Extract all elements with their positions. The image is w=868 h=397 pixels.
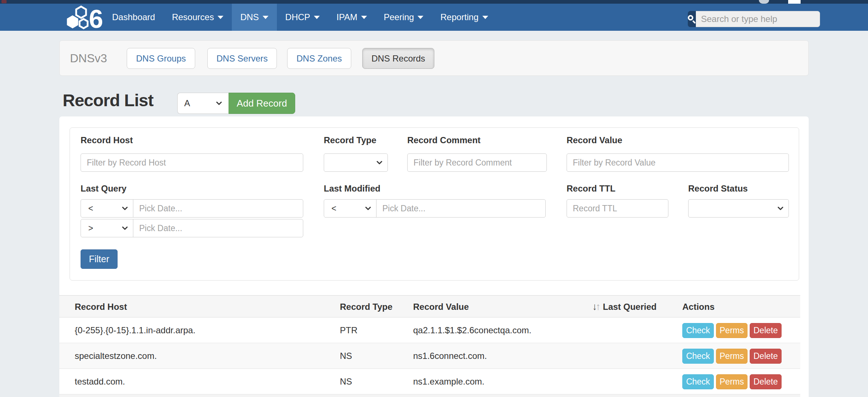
nav-label: IPAM (337, 12, 357, 22)
chevron-down-icon (778, 207, 783, 210)
dns-subnav: DNSv3 DNS Groups DNS Servers DNS Zones D… (59, 40, 809, 76)
table-row: specialtestzone.com. NS ns1.6connect.com… (59, 343, 800, 369)
check-button[interactable]: Check (682, 349, 714, 364)
browser-artifact-left (1, 0, 7, 3)
search-button[interactable] (688, 11, 696, 27)
nav-item-resources[interactable]: Resources (163, 4, 232, 31)
browser-artifact-avatar-icon (759, 0, 769, 4)
perms-button[interactable]: Perms (716, 374, 748, 389)
check-button[interactable]: Check (682, 323, 714, 338)
record-type-select[interactable]: A (177, 93, 229, 114)
cell-record-type: PTR (340, 318, 357, 343)
nav-label: DNS (240, 12, 259, 22)
cell-record-value: ns1.6connect.com. (413, 343, 487, 369)
record-value-label: Record Value (567, 135, 622, 145)
tab-label: DNS Zones (296, 53, 342, 64)
browser-artifact-window (788, 0, 801, 4)
record-ttl-filter-input[interactable] (567, 199, 668, 218)
tab-dns-groups[interactable]: DNS Groups (127, 48, 195, 69)
last-modified-group: < (324, 199, 546, 218)
chevron-down-icon (122, 226, 128, 230)
column-header-record-host: Record Host (75, 296, 127, 318)
sort-icon[interactable]: ↓↑ (592, 301, 599, 312)
last-modified-label: Last Modified (324, 183, 381, 194)
column-header-record-value: Record Value (413, 296, 469, 318)
nav-item-peering[interactable]: Peering (375, 4, 432, 31)
tab-dns-records[interactable]: DNS Records (362, 48, 434, 69)
global-search (688, 11, 811, 27)
last-query-after-op-select[interactable]: > (81, 219, 133, 237)
record-status-filter-select[interactable] (688, 199, 789, 218)
nav-item-ipam[interactable]: IPAM (328, 4, 375, 31)
tab-label: DNS Groups (136, 53, 186, 64)
last-queried-header-label: Last Queried (603, 302, 657, 312)
search-input[interactable] (696, 11, 820, 27)
cell-record-host: {0-255}.{0-15}.1.1.in-addr.arpa. (75, 318, 196, 343)
cell-record-type: NS (340, 369, 352, 394)
record-type-label: Record Type (324, 135, 376, 145)
add-record-label: Add Record (237, 98, 287, 109)
column-header-last-queried: ↓↑ Last Queried (592, 296, 657, 318)
table-row: testadd.com. NS ns1.example.com. Check P… (59, 369, 800, 394)
tab-dns-servers[interactable]: DNS Servers (207, 48, 277, 69)
last-modified-date-input[interactable] (376, 200, 545, 217)
tab-label: DNS Servers (216, 53, 268, 64)
filter-panel: Record Host Record Type Record Comment R… (70, 127, 799, 281)
record-value-filter-input[interactable] (567, 153, 789, 172)
cell-record-host: specialtestzone.com. (75, 343, 157, 369)
search-icon (688, 15, 696, 23)
svg-text:6: 6 (89, 5, 103, 29)
chevron-down-icon (122, 207, 128, 210)
last-query-before-op-select[interactable]: < (81, 200, 133, 217)
caret-down-icon (218, 16, 223, 19)
filter-button-label: Filter (89, 254, 110, 264)
navbar: 6 Dashboard Resources DNS DHCP IPAM (0, 4, 868, 31)
record-ttl-label: Record TTL (567, 183, 615, 194)
nav-label: Reporting (440, 12, 478, 22)
subnav-title: DNSv3 (70, 52, 107, 65)
filter-submit-button[interactable]: Filter (81, 249, 118, 269)
main-nav: Dashboard Resources DNS DHCP IPAM Peerin… (104, 4, 497, 31)
perms-button[interactable]: Perms (716, 323, 748, 338)
record-comment-filter-input[interactable] (407, 153, 547, 172)
chevron-down-icon (365, 207, 371, 210)
record-comment-label: Record Comment (407, 135, 481, 145)
table-row: {0-255}.{0-15}.1.1.in-addr.arpa. PTR qa2… (59, 318, 800, 343)
content-panel: Record Host Record Type Record Comment R… (59, 116, 809, 397)
delete-button[interactable]: Delete (750, 323, 782, 338)
nav-label: Peering (384, 12, 414, 22)
nav-item-dashboard[interactable]: Dashboard (104, 4, 163, 31)
next-row-edge (59, 394, 800, 397)
delete-button[interactable]: Delete (750, 374, 782, 389)
op-value: < (88, 204, 93, 214)
nav-label: DHCP (285, 12, 310, 22)
nav-item-dns[interactable]: DNS (232, 4, 277, 31)
screen: 6 Dashboard Resources DNS DHCP IPAM (0, 0, 868, 397)
6connect-logo[interactable]: 6 (66, 5, 107, 29)
last-query-before-date-input[interactable] (133, 200, 303, 217)
nav-label: Dashboard (112, 12, 155, 22)
chevron-down-icon (376, 161, 382, 164)
check-button[interactable]: Check (682, 374, 714, 389)
record-status-label: Record Status (688, 183, 748, 194)
cell-record-host: testadd.com. (75, 369, 125, 394)
cell-record-value: ns1.example.com. (413, 369, 485, 394)
page-title: Record List (63, 90, 153, 110)
browser-top-strip (0, 0, 868, 4)
add-record-button[interactable]: Add Record (229, 93, 295, 114)
caret-down-icon (263, 16, 268, 19)
record-host-filter-input[interactable] (81, 153, 303, 172)
op-value: > (88, 223, 93, 233)
nav-item-dhcp[interactable]: DHCP (277, 4, 328, 31)
nav-item-reporting[interactable]: Reporting (432, 4, 496, 31)
record-type-filter-select[interactable] (324, 153, 388, 172)
caret-down-icon (418, 16, 423, 19)
nav-label: Resources (172, 12, 214, 22)
tab-dns-zones[interactable]: DNS Zones (287, 48, 351, 69)
last-query-after-date-input[interactable] (133, 219, 303, 237)
delete-button[interactable]: Delete (750, 349, 782, 364)
last-modified-op-select[interactable]: < (324, 200, 376, 217)
cell-record-value: qa2.1.1.$1.$2.6conectqa.com. (413, 318, 531, 343)
perms-button[interactable]: Perms (716, 349, 748, 364)
column-header-actions: Actions (682, 296, 715, 318)
